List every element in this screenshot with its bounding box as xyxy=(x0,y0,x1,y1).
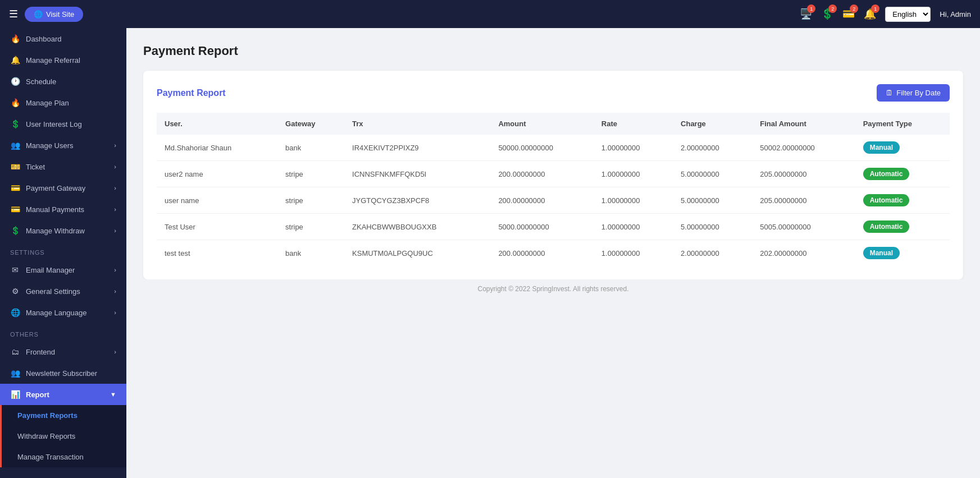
bell-badge: 1 xyxy=(871,4,879,13)
sidebar-item-label: Schedule xyxy=(26,77,56,86)
cell-trx: ICNNSFNKMFFQKD5I xyxy=(344,161,490,187)
sidebar-item-payment-gateway[interactable]: 💳 Payment Gateway › xyxy=(0,177,126,199)
dollar-badge: 2 xyxy=(828,4,837,13)
layout: 🔥 Dashboard 🔔 Manage Referral 🕐 Schedule… xyxy=(0,28,980,478)
sidebar-item-user-interest-log[interactable]: 💲 User Interest Log xyxy=(0,113,126,135)
footer: Copyright © 2022 SpringInvest. All right… xyxy=(143,279,963,298)
payment-type-badge: Manual xyxy=(863,141,900,154)
report-submenu: Payment Reports Withdraw Reports Manage … xyxy=(0,405,126,467)
chevron-right-icon: › xyxy=(114,288,116,295)
ticket-icon: 🎫 xyxy=(10,162,20,171)
sidebar-item-label: Withdraw Reports xyxy=(17,432,75,440)
cell-charge: 2.00000000 xyxy=(673,135,752,161)
globe-icon: 🌐 xyxy=(34,10,43,19)
sidebar-item-label: Payment Gateway xyxy=(26,184,85,192)
desktop-icon-wrap[interactable]: 🖥️ 1 xyxy=(800,8,812,20)
sidebar-item-manage-users[interactable]: 👥 Manage Users › xyxy=(0,135,126,156)
bell-icon-wrap[interactable]: 🔔 1 xyxy=(864,8,876,20)
language-select[interactable]: English xyxy=(885,7,931,22)
col-trx: Trx xyxy=(344,113,490,135)
sidebar-item-withdraw-reports[interactable]: Withdraw Reports xyxy=(2,426,126,447)
sidebar-item-general-settings[interactable]: ⚙ General Settings › xyxy=(0,281,126,302)
sidebar-item-manual-payments[interactable]: 💳 Manual Payments › xyxy=(0,199,126,220)
sidebar-item-label: Report xyxy=(26,390,49,399)
settings-section-label: SETTINGS xyxy=(0,241,126,259)
cell-rate: 1.00000000 xyxy=(594,214,673,240)
visit-site-button[interactable]: 🌐 Visit Site xyxy=(25,7,83,22)
card-title: Payment Report xyxy=(157,88,226,98)
cell-gateway: stripe xyxy=(277,161,344,187)
cell-payment-type: Automatic xyxy=(855,187,950,214)
cell-payment-type: Automatic xyxy=(855,214,950,240)
col-charge: Charge xyxy=(673,113,752,135)
card-header: Payment Report 🗓 Filter By Date xyxy=(157,84,950,102)
cell-charge: 5.00000000 xyxy=(673,161,752,187)
cell-user: user2 name xyxy=(157,161,277,187)
payment-type-badge: Automatic xyxy=(863,220,910,233)
chevron-right-icon: › xyxy=(114,142,116,149)
sidebar-item-dashboard[interactable]: 🔥 Dashboard xyxy=(0,28,126,49)
sidebar-item-frontend[interactable]: 🗂 Frontend › xyxy=(0,341,126,362)
sidebar-item-newsletter-subscriber[interactable]: 👥 Newsletter Subscriber xyxy=(0,362,126,384)
sidebar-item-label: Manage Withdraw xyxy=(26,227,85,235)
sidebar-item-ticket[interactable]: 🎫 Ticket › xyxy=(0,156,126,177)
table-header-row: User. Gateway Trx Amount Rate Charge Fin… xyxy=(157,113,950,135)
others-section-label: OTHERS xyxy=(0,323,126,341)
table-row: user2 name stripe ICNNSFNKMFFQKD5I 200.0… xyxy=(157,161,950,187)
cell-user: Md.Shahoriar Shaun xyxy=(157,135,277,161)
topnav-right: 🖥️ 1 💲 2 💳 2 🔔 1 English Hi, Admin xyxy=(800,7,971,22)
admin-menu[interactable]: Hi, Admin xyxy=(940,10,971,19)
col-rate: Rate xyxy=(594,113,673,135)
filter-by-date-button[interactable]: 🗓 Filter By Date xyxy=(877,84,950,102)
credit-card-icon-wrap[interactable]: 💳 2 xyxy=(842,8,855,20)
gateway-icon: 💳 xyxy=(10,183,20,192)
sidebar-item-manage-language[interactable]: 🌐 Manage Language › xyxy=(0,302,126,323)
interest-icon: 💲 xyxy=(10,120,20,128)
sidebar-item-email-manager[interactable]: ✉ Email Manager › xyxy=(0,259,126,281)
sidebar-item-payment-reports[interactable]: Payment Reports xyxy=(2,405,126,426)
cell-charge: 5.00000000 xyxy=(673,187,752,214)
chevron-right-icon: › xyxy=(114,266,116,273)
cell-payment-type: Manual xyxy=(855,135,950,161)
sidebar-item-label: Email Manager xyxy=(26,266,75,274)
sidebar-item-report[interactable]: 📊 Report ▼ xyxy=(0,384,126,405)
table-row: user name stripe JYGTQCYGZ3BXPCF8 200.00… xyxy=(157,187,950,214)
footer-text: Copyright © 2022 SpringInvest. All right… xyxy=(478,285,629,293)
cell-trx: KSMUTM0ALPGQU9UC xyxy=(344,240,490,266)
sidebar-item-manage-transaction[interactable]: Manage Transaction xyxy=(2,447,126,467)
payment-report-card: Payment Report 🗓 Filter By Date User. Ga… xyxy=(143,71,963,279)
cell-amount: 200.00000000 xyxy=(490,161,593,187)
table-row: Md.Shahoriar Shaun bank IR4XEKIVT2PPIXZ9… xyxy=(157,135,950,161)
cell-payment-type: Automatic xyxy=(855,161,950,187)
cell-final-amount: 202.00000000 xyxy=(752,240,855,266)
sidebar-item-label: General Settings xyxy=(26,287,80,296)
sidebar-item-label: Ticket xyxy=(26,163,45,171)
chevron-right-icon: › xyxy=(114,309,116,316)
hamburger-button[interactable]: ☰ xyxy=(9,8,18,20)
sidebar-item-label: Manage Transaction xyxy=(17,453,84,461)
cell-rate: 1.00000000 xyxy=(594,187,673,214)
col-user: User. xyxy=(157,113,277,135)
table-row: Test User stripe ZKAHCBWWBBOUGXXB 5000.0… xyxy=(157,214,950,240)
sidebar-item-label: Payment Reports xyxy=(17,411,78,420)
cell-charge: 5.00000000 xyxy=(673,214,752,240)
cell-final-amount: 5005.00000000 xyxy=(752,214,855,240)
sidebar-item-label: User Interest Log xyxy=(26,120,82,128)
dollar-icon-wrap[interactable]: 💲 2 xyxy=(821,8,833,20)
chevron-right-icon: › xyxy=(114,163,116,170)
bell-icon: 🔔 xyxy=(10,56,20,65)
sidebar-item-manage-withdraw[interactable]: 💲 Manage Withdraw › xyxy=(0,220,126,241)
topnav: ☰ 🌐 Visit Site 🖥️ 1 💲 2 💳 2 🔔 1 English … xyxy=(0,0,980,28)
credit-card-badge: 2 xyxy=(850,4,858,13)
sidebar-item-schedule[interactable]: 🕐 Schedule xyxy=(0,71,126,92)
clock-icon: 🕐 xyxy=(10,77,20,86)
sidebar-item-label: Frontend xyxy=(26,348,55,356)
sidebar-item-label: Manage Referral xyxy=(26,56,80,65)
cell-payment-type: Manual xyxy=(855,240,950,266)
sidebar-item-manage-referral[interactable]: 🔔 Manage Referral xyxy=(0,49,126,71)
withdraw-icon: 💲 xyxy=(10,226,20,235)
sidebar-item-manage-plan[interactable]: 🔥 Manage Plan xyxy=(0,92,126,113)
cell-trx: ZKAHCBWWBBOUGXXB xyxy=(344,214,490,240)
sidebar-item-label: Newsletter Subscriber xyxy=(26,369,97,378)
report-icon: 📊 xyxy=(10,390,20,399)
